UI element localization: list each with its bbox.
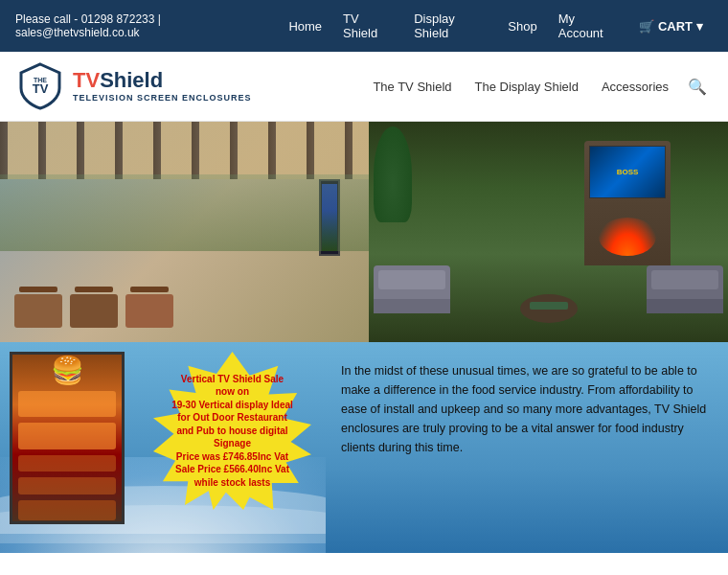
top-bar: Please call - 01298 872233 | sales@thetv… (0, 0, 728, 52)
bottom-section: Protective TV & (0, 553, 728, 575)
cart-icon: 🛒 (639, 19, 654, 34)
sec-nav-accessories[interactable]: Accessories (592, 76, 678, 98)
promo-original-price: Price was £746.85Inc Vat (176, 451, 288, 462)
top-nav: Home TV Shield Display Shield Shop My Ac… (279, 8, 713, 44)
promo-headline: Vertical TV Shield Sale now on (181, 374, 284, 398)
hero-right-image: BOSS (369, 122, 728, 342)
sofa-cushion (378, 270, 445, 289)
cart-chevron-icon: ▾ (696, 19, 703, 34)
promo-detail-1: 19-30 Vertical display Ideal for Out Doo… (171, 400, 293, 449)
logo-shield-icon: THE TV (15, 61, 65, 111)
starburst-text: Vertical TV Shield Sale now on 19-30 Ver… (163, 373, 302, 490)
nav-shop[interactable]: Shop (498, 15, 546, 37)
table-items (530, 302, 568, 310)
logo-subtitle: TELEVISION SCREEN ENCLOSURES (73, 93, 252, 103)
nav-tv-shield[interactable]: TV Shield (333, 8, 402, 44)
contact-text: Please call - 01298 872233 | sales@thetv… (15, 12, 279, 39)
nav-home[interactable]: Home (279, 15, 331, 37)
logo-title: TVShield (73, 70, 252, 91)
hero-left-image (0, 122, 369, 342)
background-scenery (0, 174, 369, 251)
logo-bar: THE TV TVShield TELEVISION SCREEN ENCLOS… (0, 52, 728, 122)
sofa-cushion-right (651, 270, 718, 289)
fireplace-tv: BOSS (589, 146, 666, 198)
fireplace: BOSS (584, 141, 671, 265)
nav-my-account[interactable]: My Account (549, 8, 627, 44)
nav-display-shield[interactable]: Display Shield (404, 8, 496, 44)
sofa-base-right (647, 299, 723, 313)
plant-left (374, 126, 412, 222)
sec-nav-display-shield[interactable]: The Display Shield (466, 76, 588, 98)
table-1 (14, 294, 62, 328)
coffee-table (520, 294, 578, 323)
pergola (0, 122, 369, 179)
cart-button[interactable]: 🛒 CART ▾ (629, 15, 713, 37)
food-item-4 (18, 477, 117, 494)
text-area: In the midst of these unusual times, we … (326, 342, 728, 553)
sofa-base (374, 299, 450, 313)
table-3 (125, 294, 173, 328)
food-item-5 (18, 500, 117, 520)
secondary-nav: The TV Shield The Display Shield Accesso… (363, 74, 713, 100)
svg-text:TV: TV (33, 81, 49, 96)
sec-nav-tv-shield[interactable]: The TV Shield (363, 76, 461, 98)
food-item-1 (18, 391, 117, 417)
promo-area: 🍔 Vertical TV Shield Sale now on 19-30 V… (0, 342, 326, 553)
hero-description: In the midst of these unusual times, we … (341, 361, 709, 457)
promo-badge: Vertical TV Shield Sale now on 19-30 Ver… (148, 347, 316, 515)
hero-section: BOSS (0, 122, 728, 342)
tables-area (14, 294, 173, 328)
logo-shield-text: Shield (100, 68, 163, 92)
food-item-3 (18, 455, 117, 472)
table-2 (70, 294, 118, 328)
burger-icon: 🍔 (51, 355, 84, 386)
logo-tv: TV (73, 68, 100, 92)
food-image: 🍔 (10, 352, 125, 524)
sofa-left (374, 265, 450, 313)
search-button[interactable]: 🔍 (682, 74, 713, 100)
search-icon: 🔍 (688, 79, 707, 95)
cart-label: CART (658, 19, 693, 34)
promo-stock: while stock lasts (194, 477, 270, 488)
middle-section: 🍔 Vertical TV Shield Sale now on 19-30 V… (0, 342, 728, 553)
contact-info: Please call - 01298 872233 | sales@thetv… (15, 12, 279, 39)
food-image-inner: 🍔 (12, 355, 122, 521)
fire-glow (599, 218, 656, 256)
logo-area[interactable]: THE TV TVShield TELEVISION SCREEN ENCLOS… (15, 61, 252, 111)
tv-screen-right: BOSS (590, 147, 665, 197)
promo-sale-price: Sale Price £566.40Inc Vat (175, 464, 289, 474)
sofa-right (647, 265, 723, 313)
logo-text: TVShield TELEVISION SCREEN ENCLOSURES (73, 70, 252, 103)
food-item-2 (18, 423, 117, 448)
